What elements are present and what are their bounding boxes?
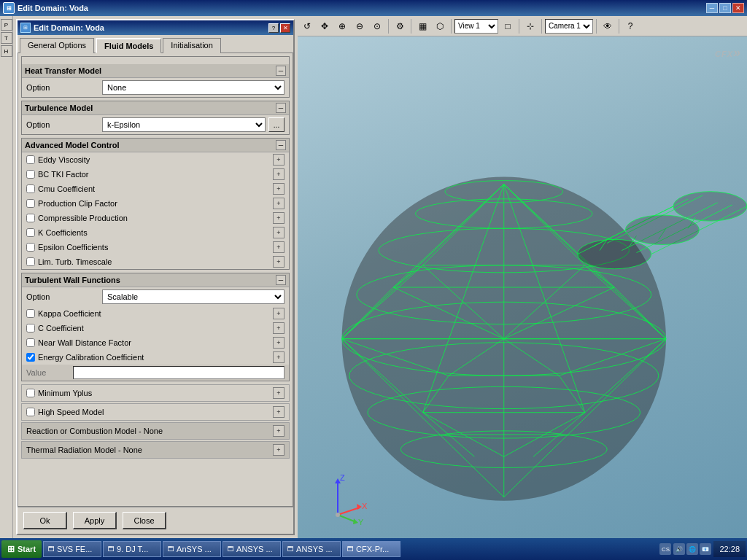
c-coeff-expand[interactable]: + <box>273 322 285 334</box>
heat-transfer-collapse[interactable]: ─ <box>276 66 286 76</box>
taskbar: ⊞ Start 🗔 SVS FE... 🗔 9. DJ T... 🗔 AnSYS… <box>0 538 747 560</box>
turbulence-title: Turbulence Model <box>25 104 93 112</box>
toolbar-zoom-in[interactable]: ⊕ <box>334 18 350 34</box>
toolbar-orient[interactable]: ⊹ <box>522 18 538 34</box>
toolbar-eye[interactable]: 👁 <box>600 18 616 34</box>
tab-fluid[interactable]: Fluid Models <box>96 38 161 53</box>
toolbar-pan[interactable]: ✥ <box>317 18 333 34</box>
value-label: Value <box>26 368 70 377</box>
toolbar-help[interactable]: ? <box>622 18 638 34</box>
reaction-expand[interactable]: + <box>273 425 285 437</box>
eddy-viscosity-expand[interactable]: + <box>273 154 285 166</box>
bc-tki-expand[interactable]: + <box>273 168 285 180</box>
high-speed-label: High Speed Model <box>38 408 104 416</box>
turbulence-collapse[interactable]: ─ <box>276 103 286 113</box>
tray-icons: 🔊 🌐 📧 <box>673 543 711 555</box>
tray-icon-1: 🔊 <box>673 543 685 555</box>
dialog-help-button[interactable]: ? <box>268 23 279 33</box>
energy-calib-row: Energy Calibration Coefficient + <box>22 350 289 365</box>
minimize-button[interactable]: ─ <box>706 3 718 13</box>
epsilon-coeff-expand[interactable]: + <box>273 241 285 253</box>
sep6 <box>596 19 597 34</box>
k-coeff-expand[interactable]: + <box>273 227 285 238</box>
toolbar-mesh[interactable]: ▦ <box>414 18 430 34</box>
taskbar-item-ansys2[interactable]: 🗔 ANSYS ... <box>222 541 281 557</box>
mesh-svg <box>298 36 747 538</box>
ok-button[interactable]: Ok <box>23 512 67 529</box>
near-wall-expand[interactable]: + <box>273 337 285 349</box>
toolbar-wire[interactable]: ⬡ <box>432 18 448 34</box>
heat-option-select[interactable]: None Thermal Energy Total Energy <box>102 80 285 95</box>
epsilon-coeff-label: Epsilon Coefficients <box>38 243 108 252</box>
view-select[interactable]: View 1 View 2 <box>454 19 498 34</box>
close-window-button[interactable]: ✕ <box>732 3 744 13</box>
advanced-header[interactable]: Advanced Model Control ─ <box>22 139 289 152</box>
taskbar-item-ansys1[interactable]: 🗔 AnSYS ... <box>163 541 221 557</box>
value-input[interactable] <box>73 366 285 379</box>
min-yplus-row: Minimum Yplus + <box>21 384 290 402</box>
eddy-viscosity-checkbox[interactable] <box>26 155 35 164</box>
tray-cs: CS <box>659 543 671 555</box>
prod-clip-checkbox[interactable] <box>26 199 35 208</box>
lim-turb-checkbox[interactable] <box>26 257 35 266</box>
tab-content-fluid[interactable]: Heat Transfer Model ─ Option None Therma… <box>18 52 293 507</box>
turb-option-select[interactable]: k-Epsilon k-Omega SST None Laminar <box>102 117 266 132</box>
wall-functions-header[interactable]: Turbulent Wall Functions ─ <box>22 273 289 287</box>
svg-point-50 <box>578 239 651 268</box>
toolbar-zoom-fit[interactable]: ⊙ <box>369 18 385 34</box>
viewport-3d[interactable]: CFX» <box>298 36 747 538</box>
kappa-coeff-checkbox[interactable] <box>26 309 35 318</box>
near-wall-label: Near Wall Distance Factor <box>38 338 131 347</box>
high-speed-checkbox[interactable] <box>26 408 35 416</box>
energy-calib-expand[interactable]: + <box>273 351 285 363</box>
dialog-close-button[interactable]: ✕ <box>280 23 290 33</box>
toolbar-zoom-out[interactable]: ⊖ <box>352 18 368 34</box>
wall-option-select[interactable]: Scalable Standard Automatic <box>102 289 285 304</box>
tab-general[interactable]: General Options <box>20 38 94 53</box>
lim-turb-expand[interactable]: + <box>273 256 285 268</box>
advanced-collapse[interactable]: ─ <box>276 140 286 150</box>
prod-clip-expand[interactable]: + <box>273 198 285 209</box>
energy-calib-checkbox[interactable] <box>26 353 35 362</box>
thermal-section[interactable]: Thermal Radiation Model - None + <box>21 441 290 459</box>
taskbar-item-svs[interactable]: 🗔 SVS FE... <box>43 541 101 557</box>
camera-select[interactable]: Camera 1 Camera 2 <box>545 19 593 34</box>
advanced-title: Advanced Model Control <box>25 141 120 149</box>
heat-transfer-header[interactable]: Heat Transfer Model ─ <box>22 64 289 78</box>
taskbar-item-ansys3[interactable]: 🗔 ANSYS ... <box>282 541 341 557</box>
min-yplus-checkbox[interactable] <box>26 389 35 397</box>
kappa-coeff-expand[interactable]: + <box>273 308 285 319</box>
toolbar-rotate[interactable]: ↺ <box>299 18 315 34</box>
tab-init[interactable]: Initialisation <box>163 38 220 53</box>
close-button[interactable]: Close <box>123 512 166 529</box>
near-wall-checkbox[interactable] <box>26 338 35 347</box>
reaction-section[interactable]: Reaction or Combustion Model - None + <box>21 422 290 440</box>
start-button[interactable]: ⊞ Start <box>1 540 42 558</box>
taskbar-item-cfx[interactable]: 🗔 CFX-Pr... <box>342 541 400 557</box>
turbulence-more-button[interactable]: ... <box>268 117 285 132</box>
svg-text:Z: Z <box>340 473 345 482</box>
side-tool-3[interactable]: H <box>1 45 12 57</box>
cmu-expand[interactable]: + <box>273 183 285 195</box>
maximize-button[interactable]: □ <box>719 3 731 13</box>
turbulence-header[interactable]: Turbulence Model ─ <box>22 101 289 115</box>
bc-tki-checkbox[interactable] <box>26 170 35 179</box>
compress-prod-checkbox[interactable] <box>26 214 35 222</box>
k-coeff-checkbox[interactable] <box>26 228 35 237</box>
taskbar-item-dj[interactable]: 🗔 9. DJ T... <box>103 541 161 557</box>
thermal-expand[interactable]: + <box>273 444 285 456</box>
side-tool-1[interactable]: P <box>1 19 12 31</box>
lim-turb-label: Lim. Turb. Timescale <box>38 257 112 266</box>
epsilon-coeff-checkbox[interactable] <box>26 243 35 252</box>
apply-button[interactable]: Apply <box>73 512 117 529</box>
wall-functions-collapse[interactable]: ─ <box>276 275 286 285</box>
high-speed-expand[interactable]: + <box>273 406 285 418</box>
c-coeff-checkbox[interactable] <box>26 324 35 332</box>
min-yplus-expand[interactable]: + <box>273 387 285 399</box>
cmu-checkbox[interactable] <box>26 184 35 193</box>
toolbar-settings[interactable]: ⚙ <box>392 18 408 34</box>
sep5 <box>541 19 542 34</box>
side-tool-2[interactable]: T <box>1 32 12 44</box>
compress-prod-expand[interactable]: + <box>273 212 285 224</box>
toolbar-view1[interactable]: □ <box>500 18 516 34</box>
